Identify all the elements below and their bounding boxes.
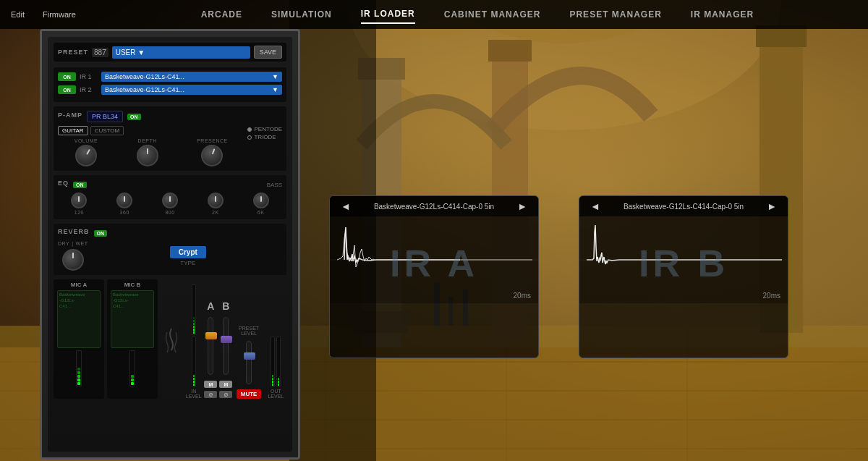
channel-a-letter: A (207, 300, 214, 312)
channel-b-fader[interactable] (223, 317, 229, 375)
eq-120-label: 120 (75, 210, 84, 215)
out-vu-right (276, 337, 281, 387)
eq-360-knob[interactable] (116, 193, 132, 208)
ir1-dropdown[interactable]: Basketweave-G12Ls-C41... ▼ (101, 72, 282, 82)
tab-preset-manager[interactable]: PRESET MANAGER (569, 6, 661, 23)
out-level-strip: OUT LEVEL (265, 337, 286, 399)
mic-a-text: Basketweave-G12Ls-C41... (59, 292, 98, 309)
channel-b-mute[interactable]: M (219, 381, 232, 388)
ir-b-next[interactable]: ► (763, 200, 780, 212)
save-button[interactable]: SAVE (254, 46, 282, 59)
in-level-vu2 (192, 337, 196, 387)
eq-360-label: 360 (120, 210, 129, 215)
guitar-btn[interactable]: GUITAR (58, 126, 88, 135)
eq-2k-knob[interactable] (208, 193, 224, 208)
ir-a-prev[interactable]: ◄ (337, 200, 354, 212)
tab-simulation[interactable]: SIMULATION (271, 6, 332, 23)
channel-a-phase[interactable]: Ø (204, 391, 217, 398)
triode-label: TRIODE (254, 134, 276, 140)
eq-6k-group: 6K (253, 193, 269, 215)
preset-number: 887 (92, 48, 109, 57)
volume-knob[interactable] (72, 141, 101, 171)
vu-a-left (76, 350, 82, 386)
in-level-vu (192, 284, 196, 335)
bass-label: BASS (267, 182, 282, 188)
preset-level-fader[interactable] (246, 341, 252, 384)
mic-a-strip: MIC A Basketweave-G12Ls-C41... (54, 279, 104, 399)
depth-label: DEPTH (138, 138, 157, 143)
ir-a-waveform: IR A 20ms (330, 216, 538, 303)
out-vu-left (271, 337, 275, 387)
dry-wet-knob[interactable] (62, 249, 84, 271)
tab-ir-loader[interactable]: IR LOADER (361, 5, 415, 24)
eq-800-knob[interactable] (162, 193, 178, 208)
pamp-model[interactable]: PR BL34 (87, 111, 123, 122)
preset-select[interactable]: USER ▼ (112, 46, 250, 59)
dry-label: DRY (58, 241, 69, 246)
channel-b-phase[interactable]: Ø (219, 391, 232, 398)
out-level-label: OUT LEVEL (265, 389, 286, 399)
ir-section: ON IR 1 Basketweave-G12Ls-C41... ▼ ON IR… (54, 67, 286, 102)
channel-b-fader-group: B M Ø (219, 300, 232, 399)
eq-6k-knob[interactable] (253, 193, 269, 208)
eq-360-group: 360 (116, 193, 132, 215)
channel-a-fader[interactable] (208, 317, 213, 375)
preset-value: USER (116, 48, 136, 56)
pentode-option[interactable]: PENTODE (247, 126, 282, 132)
preset-level-label: PRESET LEVEL (234, 326, 263, 336)
channel-b-thumb[interactable] (221, 336, 232, 343)
triode-option[interactable]: TRIODE (247, 134, 282, 140)
triode-radio (247, 135, 252, 140)
preset-dropdown-arrow: ▼ (137, 48, 145, 56)
pamp-section: P-AMP PR BL34 ON GUITAR CUSTOM VOLUME (54, 106, 286, 171)
ir-b-prev[interactable]: ◄ (587, 200, 604, 212)
depth-knob[interactable] (137, 145, 158, 166)
preset-level-thumb[interactable] (244, 352, 255, 360)
channel-a-thumb[interactable] (205, 332, 217, 339)
pamp-on-btn[interactable]: ON (127, 114, 141, 120)
eq-120-knob[interactable] (71, 193, 87, 208)
channel-a-fader-group: A M Ø (204, 300, 217, 399)
ir1-label: IR 1 (80, 73, 98, 80)
ir1-arrow: ▼ (272, 73, 278, 80)
wet-label: WET (75, 241, 88, 246)
mute-button[interactable]: MUTE (237, 389, 262, 399)
tab-cabinet-manager[interactable]: CABINET MANAGER (444, 6, 541, 23)
menu-firmware[interactable]: Firmware (39, 9, 80, 20)
type-label: TYPE (180, 260, 195, 266)
reverb-label: REVERB (58, 228, 90, 235)
wave-icon-area (161, 279, 182, 399)
tab-arcade[interactable]: ARCADE (201, 6, 242, 23)
eq-800-group: 800 (162, 193, 178, 215)
pentode-radio (247, 127, 252, 132)
ir1-toggle[interactable]: ON (58, 72, 76, 81)
eq-label: EQ (58, 179, 69, 187)
reverb-on-btn[interactable]: ON (94, 230, 108, 237)
ir2-toggle[interactable]: ON (58, 85, 76, 94)
ir1-value: Basketweave-G12Ls-C41... (105, 73, 184, 80)
eq-on-btn[interactable]: ON (73, 182, 87, 188)
reverb-type-display: Crypt (170, 246, 206, 258)
mic-b-display: Basketweave-G12Ls-C41... (111, 290, 154, 348)
ir-a-filename: Basketweave-G12Ls-C414-Cap-0 5in (354, 203, 514, 211)
tab-ir-manager[interactable]: IR MANAGER (691, 6, 754, 23)
ir-b-timecode: 20ms (763, 292, 780, 300)
in-level-strip: IN LEVEL (185, 284, 202, 399)
presence-knob[interactable] (198, 142, 226, 169)
ir2-dropdown[interactable]: Basketweave-G12Ls-C41... ▼ (101, 85, 282, 95)
ir-panel-a-header: ◄ Basketweave-G12Ls-C414-Cap-0 5in ► (330, 196, 538, 216)
rack-unit: PRESET 887 USER ▼ SAVE ON IR 1 Basketwea… (40, 29, 300, 460)
preset-level-group: PRESET LEVEL MUTE (234, 326, 263, 399)
menu-edit[interactable]: Edit (7, 9, 28, 20)
volume-label: VOLUME (75, 138, 98, 143)
ir-panel-b: ◄ Basketweave-G12Ls-C414-Cap-0 5in ► IR … (579, 195, 788, 358)
mic-b-text: Basketweave-G12Ls-C41... (113, 292, 152, 309)
preset-label: PRESET (58, 48, 88, 56)
vu-b-left (129, 350, 135, 386)
channel-a-mute[interactable]: M (204, 381, 217, 388)
channels-section: MIC A Basketweave-G12Ls-C41... MIC B (54, 279, 286, 399)
eq-knobs: 120 360 800 2K 6K (58, 193, 282, 215)
ir-a-next[interactable]: ► (514, 200, 531, 212)
custom-btn[interactable]: CUSTOM (90, 126, 124, 135)
menu-bar: Edit Firmware ARCADE SIMULATION IR LOADE… (0, 0, 868, 29)
